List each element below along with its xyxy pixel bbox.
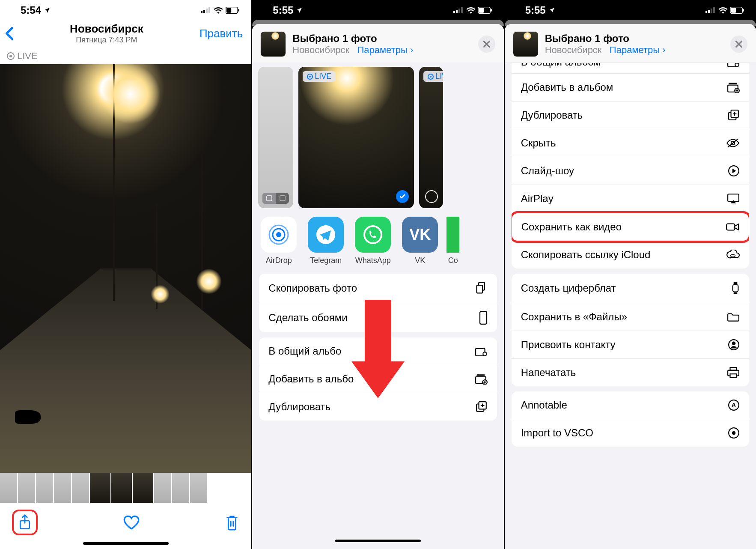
header-thumbnail: [513, 32, 538, 57]
cloud-link-icon: [726, 250, 740, 260]
panel-share-sheet-scrolled: 5:55 Выбрано 1 фото Новосибирск Параметр…: [505, 0, 756, 549]
action-duplicate-partial[interactable]: Дублировать: [259, 393, 497, 421]
app-telegram[interactable]: Telegram: [305, 217, 346, 265]
close-button[interactable]: [478, 36, 495, 53]
location-icon: [44, 7, 51, 14]
delete-button[interactable]: [225, 514, 239, 531]
action-add-album[interactable]: Добавить в альбом: [512, 74, 749, 101]
svg-rect-3: [208, 7, 210, 13]
svg-rect-41: [729, 83, 737, 84]
svg-rect-16: [280, 196, 285, 201]
svg-rect-14: [491, 9, 492, 12]
preview-selected[interactable]: LIVE: [298, 67, 414, 208]
segmented-toggle[interactable]: [262, 193, 289, 204]
edit-button[interactable]: Править: [199, 27, 243, 40]
svg-rect-6: [238, 9, 240, 12]
live-badge[interactable]: LIVE: [7, 51, 38, 62]
action-vsco[interactable]: Import to VSCO: [512, 419, 749, 447]
nav-bar: Новосибирск Пятница 7:43 PM Править: [0, 18, 251, 47]
svg-rect-53: [734, 292, 738, 294]
home-indicator[interactable]: [83, 542, 169, 545]
action-save-files[interactable]: Сохранить в «Файлы»: [512, 303, 749, 331]
preview-row[interactable]: LIVE LIVE: [252, 63, 503, 214]
action-save-as-video-highlighted[interactable]: Сохранить как видео: [512, 211, 749, 243]
app-row[interactable]: AirDrop Telegram WhatsApp VK VK Co: [252, 214, 503, 269]
live-icon: [7, 52, 15, 60]
action-watch-face[interactable]: Создать циферблат: [512, 274, 749, 303]
app-partial[interactable]: Co: [446, 217, 459, 265]
add-album-icon: [475, 373, 488, 385]
status-time: 5:55: [273, 4, 293, 16]
share-options-link[interactable]: Параметры ›: [610, 45, 666, 55]
share-header: Выбрано 1 фото Новосибирск Параметры ›: [252, 24, 503, 63]
shared-album-icon: [475, 346, 488, 357]
action-wallpaper[interactable]: Сделать обоями: [259, 303, 497, 332]
status-bar: 5:55: [505, 0, 756, 18]
panel-share-sheet-top: 5:55 Выбрано 1 фото Новосибирск Параметр…: [252, 0, 503, 549]
airplay-icon: [727, 193, 740, 204]
action-group-1: Скопировать фото Сделать обоями: [259, 274, 497, 332]
status-time: 5:54: [21, 4, 41, 16]
duplicate-icon: [728, 109, 740, 121]
app-airdrop[interactable]: AirDrop: [258, 217, 299, 265]
watch-icon: [731, 281, 740, 295]
share-location: Новосибирск: [292, 45, 349, 55]
action-duplicate[interactable]: Дублировать: [512, 101, 749, 129]
action-shared-album[interactable]: В общий альбо: [259, 337, 497, 365]
action-print[interactable]: Напечатать: [512, 359, 749, 386]
action-airplay[interactable]: AirPlay: [512, 185, 749, 213]
photo-location-title: Новосибирск: [70, 22, 143, 36]
svg-point-17: [276, 232, 281, 237]
header-thumbnail: [261, 32, 286, 57]
action-copy-icloud[interactable]: Скопировать ссылку iCloud: [512, 241, 749, 269]
duplicate-icon: [476, 401, 488, 413]
app-vk[interactable]: VK VK: [399, 217, 441, 265]
title-block: Новосибирск Пятница 7:43 PM: [70, 22, 143, 45]
svg-rect-33: [708, 10, 710, 13]
svg-point-40: [735, 63, 739, 67]
svg-rect-49: [726, 224, 735, 230]
status-bar: 5:55: [252, 0, 503, 18]
status-icons: [453, 7, 492, 14]
svg-rect-32: [705, 11, 707, 13]
home-indicator[interactable]: [335, 540, 421, 542]
action-add-album[interactable]: Добавить в альбо: [259, 365, 497, 393]
phone-icon: [479, 311, 488, 325]
action-annotable[interactable]: Annotable A: [512, 391, 749, 419]
location-icon: [296, 7, 303, 14]
svg-rect-15: [267, 196, 272, 201]
share-options-link[interactable]: Параметры ›: [357, 45, 414, 55]
thumbnail-strip[interactable]: [0, 473, 251, 503]
svg-rect-35: [713, 7, 715, 13]
svg-rect-2: [206, 9, 208, 13]
preview-next[interactable]: LIVE: [419, 67, 443, 208]
share-button-highlighted[interactable]: [12, 510, 38, 535]
action-hide[interactable]: Скрыть: [512, 129, 749, 157]
favorite-button[interactable]: [123, 515, 140, 530]
shared-album-icon: [727, 63, 740, 68]
action-copy-photo[interactable]: Скопировать фото: [259, 274, 497, 303]
print-icon: [727, 367, 740, 379]
action-assign-contact[interactable]: Присвоить контакту: [512, 331, 749, 359]
svg-rect-23: [476, 285, 482, 293]
share-title: Выбрано 1 фото: [545, 33, 666, 45]
svg-rect-11: [461, 7, 463, 13]
vsco-icon: [728, 427, 740, 439]
status-bar: 5:54: [0, 0, 251, 18]
play-icon: [728, 165, 740, 177]
close-button[interactable]: [730, 36, 747, 53]
video-icon: [726, 222, 739, 232]
svg-rect-37: [731, 8, 736, 12]
svg-rect-13: [479, 8, 484, 12]
action-group-2: В общий альбо Добавить в альбо Дублирова…: [259, 337, 497, 421]
app-whatsapp[interactable]: WhatsApp: [352, 217, 393, 265]
action-slideshow[interactable]: Слайд-шоу: [512, 157, 749, 185]
action-shared-album[interactable]: В общий альбом: [512, 63, 749, 74]
bottom-toolbar: [0, 503, 251, 540]
svg-rect-27: [476, 374, 485, 376]
add-album-icon: [727, 82, 740, 93]
preview-prev[interactable]: [258, 67, 293, 208]
live-badge: LIVE: [423, 71, 443, 82]
back-button[interactable]: [5, 27, 14, 40]
photo-area[interactable]: [0, 64, 251, 473]
